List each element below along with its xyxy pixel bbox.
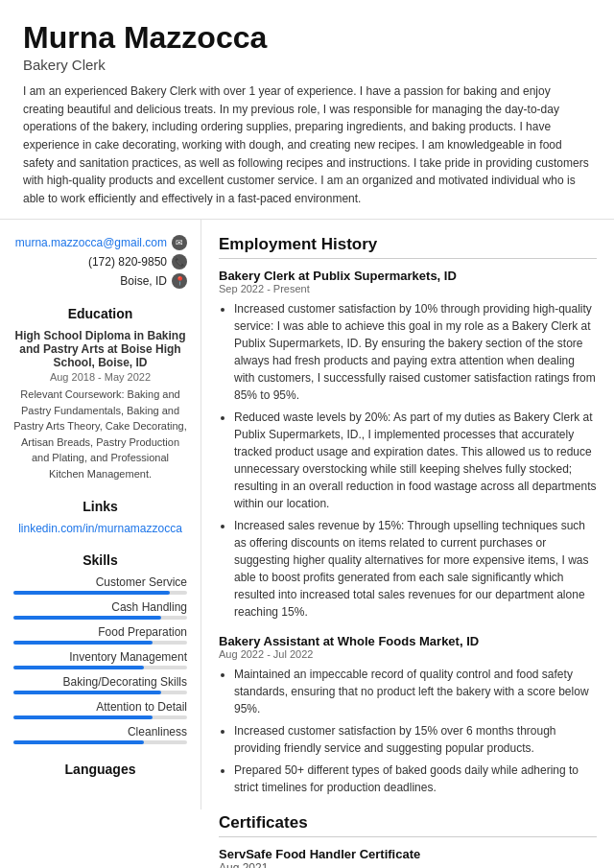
skill-bar-fill (13, 616, 161, 620)
skill-bar-fill (13, 591, 170, 595)
email-link[interactable]: murna.mazzocca@gmail.com (15, 236, 167, 249)
linkedin-link[interactable]: linkedin.com/in/murnamazzocca (13, 522, 187, 535)
skill-item: Attention to Detail (13, 700, 187, 719)
coursework-text: Baking and Pastry Fundamentals, Baking a… (13, 388, 187, 480)
skill-bar-bg (13, 740, 187, 744)
skill-name: Inventory Management (13, 650, 187, 664)
skills-heading: Skills (13, 552, 187, 568)
cert-date: Aug 2021 (219, 861, 597, 868)
skill-item: Baking/Decorating Skills (13, 675, 187, 694)
skill-bar-bg (13, 716, 187, 719)
skill-item: Inventory Management (13, 650, 187, 669)
job-bullet: Increased sales revenue by 15%: Through … (234, 517, 597, 621)
skill-item: Cash Handling (13, 600, 187, 620)
job-dates: Sep 2022 - Present (219, 283, 597, 294)
email-icon: ✉ (172, 235, 187, 250)
right-column: Employment History Bakery Clerk at Publi… (201, 220, 614, 868)
two-columns: murna.mazzocca@gmail.com ✉ (172) 820-985… (0, 220, 614, 868)
skills-list: Customer Service Cash Handling Food Prep… (13, 575, 187, 744)
skill-bar-fill (13, 666, 144, 669)
skill-bar-fill (13, 641, 153, 645)
job-bullet: Increased customer satisfaction by 10% t… (234, 300, 597, 404)
skill-name: Cleanliness (13, 725, 187, 739)
job-block: Bakery Clerk at Publix Supermarkets, ID … (219, 269, 597, 621)
location-icon: 📍 (172, 273, 187, 289)
employment-section: Employment History Bakery Clerk at Publi… (219, 235, 597, 796)
job-bullet: Reduced waste levels by 20%: As part of … (234, 409, 597, 512)
cert-block: ServSafe Food Handler Certificate Aug 20… (219, 847, 597, 868)
candidate-name: Murna Mazzocca (23, 21, 591, 55)
education-heading: Education (13, 306, 187, 321)
skill-bar-fill (13, 691, 161, 694)
resume-wrapper: Murna Mazzocca Bakery Clerk I am an expe… (0, 0, 614, 868)
skill-bar-bg (13, 666, 187, 669)
certificates-heading: Certificates (219, 813, 597, 837)
job-block: Bakery Assistant at Whole Foods Market, … (219, 634, 597, 796)
job-bullets: Increased customer satisfaction by 10% t… (219, 300, 597, 621)
languages-heading: Languages (13, 762, 187, 777)
job-dates: Aug 2022 - Jul 2022 (219, 648, 597, 660)
education-section: Education High School Diploma in Baking … (13, 306, 187, 481)
cert-name: ServSafe Food Handler Certificate (219, 847, 597, 861)
skill-bar-bg (13, 641, 187, 645)
skill-name: Cash Handling (13, 600, 187, 614)
job-bullet: Maintained an impeccable record of quali… (234, 666, 597, 717)
skill-bar-bg (13, 691, 187, 694)
contact-location: Boise, ID 📍 (13, 273, 187, 289)
job-bullets: Maintained an impeccable record of quali… (219, 666, 597, 796)
jobs-list: Bakery Clerk at Publix Supermarkets, ID … (219, 269, 597, 796)
links-content: linkedin.com/in/murnamazzocca (13, 522, 187, 535)
job-title: Bakery Assistant at Whole Foods Market, … (219, 634, 597, 648)
skill-name: Food Preparation (13, 625, 187, 639)
education-block: High School Diploma in Baking and Pastry… (13, 329, 187, 481)
skill-name: Attention to Detail (13, 700, 187, 714)
edu-degree: High School Diploma in Baking and Pastry… (13, 329, 187, 369)
skill-bar-bg (13, 591, 187, 595)
links-heading: Links (13, 499, 187, 514)
skill-bar-fill (13, 740, 144, 744)
employment-heading: Employment History (219, 235, 597, 259)
skill-bar-bg (13, 616, 187, 620)
certificates-section: Certificates ServSafe Food Handler Certi… (219, 813, 597, 868)
skill-bar-fill (13, 716, 153, 719)
location-text: Boise, ID (120, 274, 167, 288)
job-bullet: Prepared 50+ different types of baked go… (234, 762, 597, 796)
skill-item: Customer Service (13, 575, 187, 595)
certificates-list: ServSafe Food Handler Certificate Aug 20… (219, 847, 597, 868)
skills-section: Skills Customer Service Cash Handling Fo… (13, 552, 187, 744)
resume-header: Murna Mazzocca Bakery Clerk I am an expe… (0, 0, 614, 220)
phone-icon: 📞 (172, 254, 187, 270)
coursework-label: Relevant Coursework: (20, 388, 124, 400)
edu-dates: Aug 2018 - May 2022 (13, 371, 187, 383)
skill-name: Customer Service (13, 575, 187, 589)
contact-email: murna.mazzocca@gmail.com ✉ (13, 235, 187, 250)
candidate-title: Bakery Clerk (23, 57, 591, 73)
phone-text: (172) 820-9850 (88, 255, 167, 269)
contact-section: murna.mazzocca@gmail.com ✉ (172) 820-985… (13, 235, 187, 289)
job-bullet: Increased customer satisfaction by 15% o… (234, 722, 597, 757)
job-title: Bakery Clerk at Publix Supermarkets, ID (219, 269, 597, 283)
contact-phone: (172) 820-9850 📞 (13, 254, 187, 270)
candidate-summary: I am an experienced Bakery Clerk with ov… (23, 82, 591, 207)
left-column: murna.mazzocca@gmail.com ✉ (172) 820-985… (0, 220, 201, 809)
skill-item: Food Preparation (13, 625, 187, 645)
skill-name: Baking/Decorating Skills (13, 675, 187, 689)
edu-coursework: Relevant Coursework: Baking and Pastry F… (13, 387, 187, 481)
skill-item: Cleanliness (13, 725, 187, 744)
languages-section: Languages (13, 762, 187, 777)
links-section: Links linkedin.com/in/murnamazzocca (13, 499, 187, 535)
